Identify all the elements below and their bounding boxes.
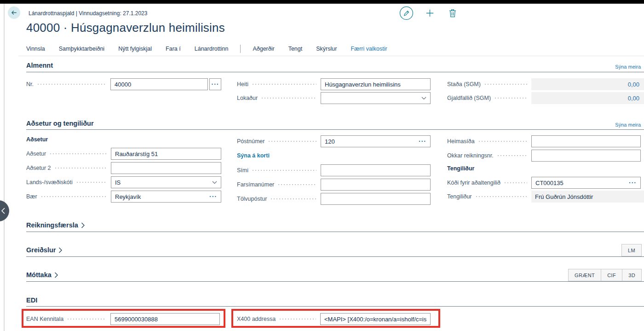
section-title: EDI	[26, 296, 37, 304]
heiti-field[interactable]: Húsgagnaverzlun heimilisins	[321, 78, 431, 90]
menu-item-fara-i[interactable]: Fara í	[166, 46, 181, 52]
action-menu-bar: Vinnsla Samþykktarbeiðni Nýtt fylgiskjal…	[26, 44, 387, 54]
section-divider	[26, 72, 644, 72]
postnumer-field[interactable]: 120	[321, 135, 431, 147]
section-header-adsetur[interactable]: Aðsetur og tengiliður	[26, 120, 94, 127]
section-title: Almennt	[26, 62, 53, 69]
dotted-leader	[49, 148, 107, 160]
field-row: Heimasíða	[447, 135, 644, 147]
section-header-edi[interactable]: EDI	[26, 296, 37, 304]
field-row: Staða (SGM) 0,00	[447, 78, 644, 90]
dotted-leader	[277, 179, 316, 191]
primary-contact-code-field[interactable]: CT000135	[531, 177, 641, 189]
pencil-icon	[399, 6, 414, 20]
gjaldfallid-sgm-value[interactable]: 0,00	[531, 92, 644, 104]
menu-item-faerri-valkostir[interactable]: Færri valkostir	[351, 46, 387, 52]
field-label: Aðsetur 2	[26, 165, 51, 171]
mottaka-badges: GRÆNT CIF 3D	[569, 269, 642, 281]
menu-divider	[240, 45, 241, 53]
tolvupostur-field[interactable]	[321, 193, 431, 205]
section-divider	[26, 232, 644, 232]
group-label-address: Aðsetur	[26, 136, 48, 143]
section-title: Greiðslur	[26, 246, 56, 254]
show-more-link-almennt[interactable]: Sýna meira	[615, 64, 641, 70]
menu-item-nytt-fylgiskjal[interactable]: Nýtt fylgiskjal	[118, 46, 152, 52]
okkar-reikningsnr-field[interactable]	[531, 150, 641, 162]
dotted-leader	[484, 78, 527, 90]
breadcrumb[interactable]: Lánardrottnaspjald | Vinnudagsetning: 27…	[29, 10, 147, 17]
dotted-leader	[40, 191, 107, 203]
menu-item-tengt[interactable]: Tengt	[288, 46, 303, 52]
collapse-panel-button[interactable]	[0, 200, 9, 221]
badge-graent[interactable]: GRÆNT	[568, 269, 601, 281]
show-more-link-adsetur[interactable]: Sýna meira	[615, 122, 641, 128]
field-label: Gjaldfallið (SGM)	[447, 95, 491, 101]
section-title: Móttaka	[26, 271, 52, 279]
edit-button[interactable]	[399, 6, 414, 20]
field-label: EAN Kennitala	[26, 316, 63, 322]
chevron-right-icon	[58, 247, 63, 253]
field-label: Nr.	[26, 81, 34, 87]
lokadur-select[interactable]	[321, 92, 431, 104]
stada-sgm-value[interactable]: 0,00	[531, 78, 644, 90]
baer-field[interactable]: Reykjavík	[111, 191, 221, 203]
chevron-down-icon[interactable]	[212, 181, 217, 184]
heimasida-field[interactable]	[531, 135, 641, 147]
section-header-almennt[interactable]: Almennt	[26, 62, 53, 69]
field-label: Tengiliður	[447, 193, 472, 200]
back-button[interactable]	[8, 6, 20, 19]
new-button[interactable]	[426, 9, 434, 17]
field-row: Gjaldfallið (SGM) 0,00	[447, 92, 644, 104]
greidslur-badges: LM	[622, 244, 642, 256]
section-divider	[26, 306, 644, 307]
simi-field[interactable]	[321, 164, 431, 176]
dotted-leader	[497, 150, 527, 162]
field-label: Póstnúmer	[237, 138, 264, 145]
section-header-reikningsfaersla[interactable]: Reikningsfærsla	[26, 221, 85, 229]
lookup-ellipsis-icon[interactable]	[419, 138, 426, 145]
arrow-left-icon	[11, 9, 17, 16]
field-row: Aðsetur Rauðarárstíg 51	[26, 148, 221, 160]
plus-icon	[426, 9, 434, 17]
badge-lm[interactable]: LM	[621, 244, 642, 256]
section-divider	[26, 129, 644, 130]
lookup-ellipsis-icon[interactable]	[629, 180, 637, 186]
lookup-ellipsis-icon[interactable]	[209, 193, 217, 200]
field-row: Lands-/svæðiskóti IS	[26, 176, 221, 188]
field-row: Sími	[237, 164, 431, 176]
dotted-leader	[252, 164, 316, 176]
field-row: Heiti Húsgagnaverzlun heimilisins	[237, 78, 431, 90]
menu-item-lanardrottinn[interactable]: Lánardrottinn	[195, 46, 229, 52]
nr-assist-edit-button[interactable]	[209, 78, 221, 90]
field-row: Aðsetur 2	[26, 162, 221, 174]
field-label: Okkar reikningsnr.	[447, 152, 494, 159]
section-divider	[26, 281, 644, 282]
ean-kennitala-field[interactable]: 5699000030888	[110, 313, 220, 325]
field-label: Farsímanúmer	[237, 181, 274, 188]
show-on-map-link[interactable]: Sýna á korti	[237, 152, 270, 159]
country-region-code-select[interactable]: IS	[111, 176, 221, 188]
field-label: Staða (SGM)	[447, 81, 481, 87]
section-header-greidslur[interactable]: Greiðslur	[26, 246, 63, 254]
farsimanumer-field[interactable]	[321, 179, 431, 191]
tengilidur-value: Frú Guðrún Jónsdóttir	[531, 191, 644, 203]
chevron-down-icon[interactable]	[421, 97, 426, 100]
badge-3d[interactable]: 3D	[622, 269, 642, 281]
menu-item-adgerdir[interactable]: Aðgerðir	[253, 46, 274, 52]
nr-field[interactable]: 40000	[110, 78, 208, 90]
delete-button[interactable]	[448, 9, 457, 17]
menu-item-vinnsla[interactable]: Vinnsla	[26, 46, 45, 52]
dotted-leader	[67, 313, 106, 325]
field-label: Kóði fyrir aðaltengilið	[447, 180, 500, 186]
x400-address-field[interactable]: <MAPI> [X400:/o=kronan/a=isholf/c=is]	[320, 313, 431, 325]
section-title: Reikningsfærsla	[26, 221, 78, 229]
menu-item-samthykktarbeidni[interactable]: Samþykktarbeiðni	[59, 46, 104, 52]
dotted-leader	[261, 92, 316, 104]
menu-item-skyrslur[interactable]: Skýrslur	[316, 46, 337, 52]
section-header-mottaka[interactable]: Móttaka	[26, 271, 58, 279]
adsetur2-field[interactable]	[111, 162, 221, 174]
badge-cif[interactable]: CIF	[601, 269, 622, 281]
field-row: Póstnúmer 120	[237, 135, 431, 147]
field-label: Heimasíða	[447, 138, 475, 145]
adsetur-field[interactable]: Rauðarárstíg 51	[111, 148, 221, 160]
